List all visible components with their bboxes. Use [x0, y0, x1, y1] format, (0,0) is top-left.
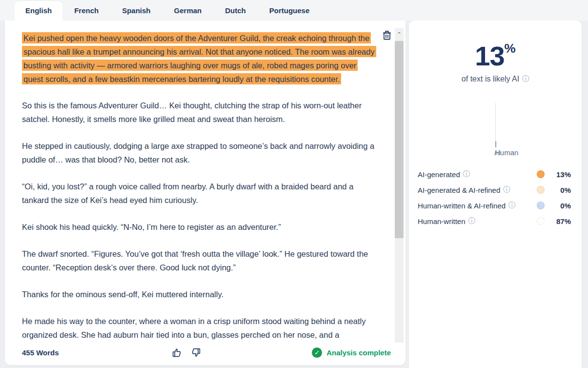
thumbs-down-icon — [191, 348, 201, 358]
info-icon[interactable]: ⓘ — [463, 170, 470, 179]
word-count: 455 Words — [22, 348, 59, 357]
tab-french[interactable]: French — [62, 1, 110, 20]
legend-label: AI-generated — [418, 170, 460, 179]
ai-human-scale: AI Human — [409, 97, 582, 161]
legend-value: 87% — [550, 217, 571, 225]
info-icon[interactable]: ⓘ — [503, 185, 510, 194]
paragraph[interactable]: He made his way to the counter, where a … — [22, 314, 378, 342]
delete-text-button[interactable] — [382, 30, 392, 41]
scale-label-human: Human — [495, 148, 518, 157]
legend-row-ai-generated: AI-generated ⓘ 13% — [418, 166, 571, 182]
text-analysis-panel: Kei pushed open the heavy wooden doors o… — [5, 20, 406, 365]
thumbs-up-icon — [172, 348, 182, 358]
ai-score-caption: of text is likely AI — [462, 75, 519, 83]
editor-footer: 455 Words ✓ A — [5, 343, 406, 365]
chevron-up-icon: ⌃ — [397, 31, 401, 38]
analyzed-text-area[interactable]: Kei pushed open the heavy wooden doors o… — [5, 20, 383, 344]
paragraph-highlighted-ai[interactable]: Kei pushed open the heavy wooden doors o… — [22, 31, 378, 85]
analysis-status: ✓ Analysis complete — [312, 348, 391, 358]
legend-value: 0% — [550, 186, 571, 194]
legend-value: 13% — [550, 170, 571, 179]
legend-value: 0% — [550, 202, 571, 210]
ai-highlight-span[interactable]: Kei pushed open the heavy wooden doors o… — [22, 32, 376, 84]
thumbs-up-button[interactable] — [172, 348, 182, 358]
language-tabbar: English French Spanish German Dutch Port… — [0, 0, 588, 20]
paragraph[interactable]: The dwarf snorted. “Figures. You’ve got … — [22, 247, 378, 274]
paragraph[interactable]: Kei shook his head quickly. “N-No, I’m h… — [22, 220, 378, 234]
info-icon[interactable]: ⓘ — [468, 217, 475, 225]
tab-dutch[interactable]: Dutch — [213, 1, 258, 20]
editor-scrollbar[interactable]: ⌃ — [395, 28, 404, 347]
info-icon[interactable]: ⓘ — [522, 75, 529, 83]
detection-legend: AI-generated ⓘ 13% AI-generated & AI-ref… — [409, 166, 582, 229]
info-icon[interactable]: ⓘ — [508, 201, 515, 210]
legend-label: Human-written — [418, 217, 466, 225]
tab-german[interactable]: German — [162, 1, 214, 20]
ai-score-percent-sign: % — [505, 41, 516, 56]
paragraph[interactable]: He stepped in cautiously, dodging a larg… — [22, 139, 378, 166]
legend-dot-white — [537, 217, 545, 225]
scale-line — [495, 103, 496, 141]
analysis-status-text: Analysis complete — [326, 348, 391, 357]
legend-label: Human-written & AI-refined — [418, 202, 506, 210]
legend-row-human-written: Human-written ⓘ 87% — [418, 213, 571, 229]
trash-icon — [383, 30, 391, 40]
legend-dot-peach — [537, 186, 545, 194]
tab-spanish[interactable]: Spanish — [110, 1, 162, 20]
ai-score-block: 13% of text is likely AI ⓘ — [409, 40, 582, 83]
legend-label: AI-generated & AI-refined — [418, 186, 500, 194]
ai-detection-results-panel: 13% of text is likely AI ⓘ AI Human AI-g… — [409, 20, 582, 368]
paragraph[interactable]: “Oi, kid, you lost?” a rough voice calle… — [22, 180, 378, 207]
check-circle-icon: ✓ — [312, 348, 322, 358]
scale-tick — [495, 141, 496, 147]
tab-english[interactable]: English — [15, 1, 62, 20]
legend-dot-blue — [537, 202, 545, 209]
scrollbar-thumb[interactable] — [395, 41, 404, 238]
legend-row-human-written-ai-refined: Human-written & AI-refined ⓘ 0% — [418, 198, 571, 213]
tab-portuguese[interactable]: Portuguese — [258, 1, 322, 20]
legend-row-ai-generated-ai-refined: AI-generated & AI-refined ⓘ 0% — [418, 182, 571, 198]
thumbs-down-button[interactable] — [191, 348, 201, 358]
legend-dot-orange — [537, 170, 545, 178]
paragraph[interactable]: Thanks for the ominous send-off, Kei mut… — [22, 287, 378, 301]
paragraph[interactable]: So this is the famous Adventurer Guild… … — [22, 99, 378, 126]
ai-score-value: 13 — [475, 41, 504, 71]
scrollbar-up-button[interactable]: ⌃ — [395, 28, 404, 40]
